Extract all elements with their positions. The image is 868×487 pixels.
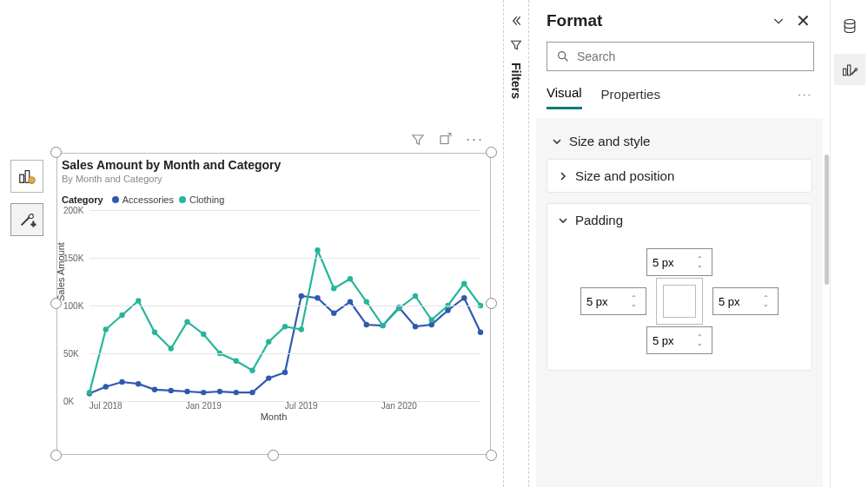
svg-point-56	[845, 20, 855, 24]
svg-point-33	[136, 298, 141, 303]
tab-properties[interactable]: Properties	[601, 87, 660, 109]
svg-text:+: +	[31, 220, 36, 229]
padding-bottom-input[interactable]: ⌃⌄	[646, 326, 712, 354]
section-size-and-style[interactable]: Size and style	[547, 130, 812, 159]
svg-point-26	[429, 322, 434, 327]
svg-point-14	[234, 390, 239, 395]
right-icon-rail	[830, 0, 868, 487]
svg-point-7	[119, 379, 124, 385]
resize-handle-se[interactable]	[486, 450, 497, 461]
svg-point-20	[331, 311, 336, 316]
section-padding[interactable]: Padding	[547, 204, 812, 236]
line-chart-visual[interactable]: Sales Amount by Month and Category By Mo…	[56, 153, 491, 455]
resize-handle-e[interactable]	[486, 298, 497, 309]
svg-rect-57	[843, 69, 845, 76]
resize-handle-sw[interactable]	[50, 450, 62, 461]
svg-point-32	[119, 313, 124, 318]
svg-point-34	[152, 330, 157, 335]
svg-point-18	[299, 293, 304, 299]
svg-point-35	[169, 346, 174, 351]
format-pane-icon[interactable]	[834, 54, 865, 85]
data-pane-icon[interactable]	[834, 10, 865, 42]
svg-point-17	[282, 370, 288, 375]
search-icon	[556, 49, 570, 63]
spin-down-icon[interactable]: ⌄	[691, 262, 708, 268]
svg-point-48	[380, 323, 385, 328]
collapse-pane-icon[interactable]	[772, 14, 785, 28]
tab-visual[interactable]: Visual	[547, 85, 582, 109]
svg-point-19	[315, 295, 320, 300]
format-pane-title: Format	[547, 11, 765, 30]
svg-point-12	[201, 390, 206, 395]
svg-point-37	[201, 332, 206, 337]
svg-point-13	[217, 389, 222, 394]
svg-point-50	[413, 293, 418, 299]
svg-point-41	[266, 339, 271, 345]
svg-rect-58	[847, 65, 850, 76]
scrollbar-thumb[interactable]	[825, 155, 829, 285]
svg-point-11	[184, 389, 189, 394]
section-size-and-position[interactable]: Size and position	[547, 160, 812, 192]
svg-point-53	[461, 281, 467, 286]
svg-point-30	[87, 390, 92, 395]
padding-preview-box	[656, 278, 703, 325]
svg-point-49	[396, 306, 401, 311]
svg-point-39	[234, 359, 239, 364]
chart-subtitle: By Month and Category	[62, 174, 486, 184]
svg-point-8	[136, 381, 141, 386]
format-search-input[interactable]	[577, 49, 805, 63]
format-pane: Format ✕ Visual Properties ··· Size and …	[529, 0, 830, 487]
svg-point-21	[348, 299, 353, 304]
chart-plot-area: 0K50K100K150K200K	[89, 210, 480, 401]
svg-point-51	[429, 317, 434, 322]
resize-handle-w[interactable]	[50, 298, 62, 309]
svg-point-42	[282, 324, 288, 329]
format-tabs-more-icon[interactable]: ···	[798, 88, 812, 108]
svg-point-25	[413, 324, 418, 329]
filters-pane-collapsed[interactable]: Filters	[503, 0, 529, 487]
chart-title: Sales Amount by Month and Category	[62, 158, 486, 172]
padding-top-input[interactable]: ⌃⌄	[646, 248, 712, 276]
filters-label: Filters	[509, 63, 523, 99]
y-axis-label: Sales Amount	[56, 242, 66, 301]
format-visual-button[interactable]: +	[10, 203, 43, 236]
svg-point-9	[152, 387, 157, 392]
format-search[interactable]	[547, 42, 814, 71]
svg-point-40	[249, 368, 255, 373]
svg-point-2	[29, 177, 35, 183]
report-canvas[interactable]: + ··· Sales Amount by Month and Category…	[0, 0, 503, 487]
svg-point-36	[184, 319, 189, 325]
svg-point-44	[315, 247, 320, 253]
svg-rect-0	[20, 174, 24, 182]
padding-left-input[interactable]: ⌃⌄	[580, 287, 646, 315]
build-visual-button[interactable]	[10, 160, 43, 193]
svg-point-28	[461, 295, 467, 300]
svg-point-16	[266, 375, 271, 380]
svg-point-47	[364, 299, 369, 304]
padding-right-input[interactable]: ⌃⌄	[712, 287, 779, 315]
resize-handle-nw[interactable]	[50, 147, 62, 158]
chart-legend: Category Accessories Clothing	[62, 194, 486, 205]
focus-mode-icon[interactable]	[438, 132, 454, 148]
filters-funnel-icon	[509, 38, 523, 52]
resize-handle-s[interactable]	[268, 450, 279, 461]
svg-point-6	[103, 384, 109, 389]
svg-point-31	[103, 326, 109, 332]
visual-more-icon[interactable]: ···	[466, 130, 484, 148]
svg-point-46	[348, 276, 353, 281]
expand-filters-icon[interactable]	[509, 14, 523, 28]
svg-point-15	[249, 390, 255, 395]
svg-point-22	[364, 322, 369, 327]
svg-rect-4	[441, 135, 448, 143]
svg-point-10	[169, 388, 174, 393]
resize-handle-ne[interactable]	[486, 147, 497, 158]
svg-point-43	[299, 326, 304, 332]
svg-point-55	[559, 52, 566, 59]
svg-point-29	[478, 330, 483, 335]
close-pane-icon[interactable]: ✕	[792, 10, 814, 31]
filter-icon[interactable]	[410, 132, 426, 148]
svg-point-45	[331, 286, 336, 291]
